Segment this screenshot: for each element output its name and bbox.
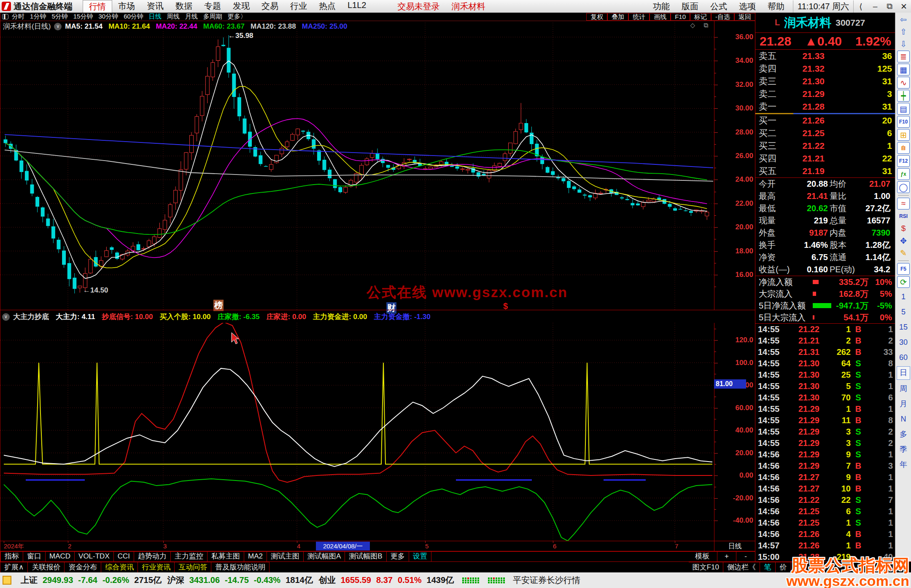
period-item[interactable]: 分时: [12, 13, 24, 21]
wave-icon[interactable]: ≈: [897, 198, 910, 209]
menu-item[interactable]: 热点: [313, 0, 342, 13]
period-item[interactable]: 5分钟: [51, 13, 67, 21]
pencil-icon[interactable]: ✎: [898, 247, 909, 258]
menu-item[interactable]: 行情: [83, 0, 112, 13]
news-icon[interactable]: ▤: [897, 103, 910, 115]
indicator-tab[interactable]: MA2: [244, 551, 267, 562]
indicator-name[interactable]: 大主力抄底: [13, 312, 49, 322]
strip-period-item[interactable]: N: [897, 413, 910, 425]
indicator-tab[interactable]: 指标: [0, 551, 23, 562]
collapse-icon[interactable]: ∨: [54, 23, 62, 30]
down-arrow-icon[interactable]: ⇩: [898, 38, 909, 49]
bottom-tab[interactable]: 互动问答: [175, 562, 211, 573]
strip-period-item[interactable]: 多: [897, 428, 910, 440]
indicator-tab[interactable]: CCI: [114, 551, 134, 562]
zoom-out-button[interactable]: -: [736, 551, 755, 562]
menu-item[interactable]: 交易: [256, 0, 284, 13]
bottom-tab[interactable]: 行业资讯: [138, 562, 175, 573]
menu-item[interactable]: 行业: [284, 0, 313, 13]
zoom-in-button[interactable]: +: [717, 551, 736, 562]
bottom-tab[interactable]: 普及版功能说明: [211, 562, 270, 573]
indicator-tab[interactable]: 设置: [409, 551, 431, 562]
toolbar-button[interactable]: 标记: [690, 13, 711, 21]
toolbar-button[interactable]: F10: [671, 13, 690, 21]
strip-period-item[interactable]: 季: [897, 443, 910, 456]
strip-period-item[interactable]: 5: [897, 306, 910, 318]
period-item[interactable]: 15分钟: [73, 13, 93, 21]
menu-item[interactable]: 专题: [198, 0, 227, 13]
indicator-chart[interactable]: 120.0100.080.0060.0040.0020.000.00-20.00…: [0, 323, 755, 541]
strip-period-item[interactable]: 月: [897, 397, 910, 410]
menu-item[interactable]: 选项: [733, 0, 762, 13]
refresh-icon[interactable]: ⟳: [897, 276, 910, 288]
bottom-tab[interactable]: 关联报价: [28, 562, 65, 573]
toolbar-button[interactable]: 返回: [734, 13, 755, 21]
status-icon[interactable]: [3, 576, 11, 585]
period-item[interactable]: 60分钟: [124, 13, 143, 21]
indicator-tab[interactable]: MACD: [46, 551, 75, 562]
bottom-right-button[interactable]: 图文F10: [689, 562, 723, 573]
menu-item[interactable]: 资讯: [141, 0, 170, 13]
minimize-icon[interactable]: –: [868, 2, 882, 11]
bottom-tab[interactable]: 综合资讯: [101, 562, 138, 573]
period-item[interactable]: 更多〉: [228, 13, 247, 21]
data-table-icon[interactable]: ▦: [897, 64, 910, 75]
strip-period-item[interactable]: 周: [897, 382, 910, 395]
menu-item[interactable]: 公式: [704, 0, 733, 13]
f5-icon[interactable]: F5: [897, 263, 910, 275]
indicator-plot[interactable]: [0, 323, 714, 541]
menu-item[interactable]: 市场: [112, 0, 141, 13]
candlestick-chart[interactable]: [0, 21, 714, 310]
f12-icon[interactable]: F12: [897, 155, 910, 167]
indicator-tab[interactable]: 测试主图: [267, 551, 304, 562]
period-item[interactable]: 30分钟: [98, 13, 118, 21]
collapse-window-icon[interactable]: ⟨: [854, 2, 868, 11]
bottom-tab[interactable]: 扩展∧: [0, 562, 28, 573]
toolbar-button[interactable]: 统计: [628, 13, 650, 21]
kline-icon[interactable]: ┿: [897, 90, 910, 102]
index-name[interactable]: 沪深: [167, 575, 184, 586]
menu-item[interactable]: L1L2: [342, 0, 372, 13]
indicator-tab[interactable]: 窗口: [23, 551, 46, 562]
toolbar-button[interactable]: 叠加: [607, 13, 628, 21]
block-diagram-icon[interactable]: ⊞: [897, 129, 910, 141]
strip-period-item[interactable]: 30: [897, 336, 910, 349]
tick-list[interactable]: 14:5521.221B114:5521.212B214:5521.31262B…: [755, 324, 895, 561]
menu-item[interactable]: 版面: [676, 0, 704, 13]
chart-corner-icons[interactable]: ◇ ⧉: [690, 21, 712, 29]
menu-item[interactable]: 功能: [647, 0, 676, 13]
period-item[interactable]: 月线: [185, 13, 198, 21]
period-item[interactable]: 1分钟: [30, 13, 46, 21]
strip-period-item[interactable]: 日: [897, 366, 910, 380]
detail-tab[interactable]: 笔: [760, 562, 776, 573]
restore-icon[interactable]: ⧉: [882, 2, 897, 11]
indicator-tab[interactable]: 测试幅图B: [345, 551, 386, 562]
back-arrow-icon[interactable]: ⇦: [898, 14, 909, 25]
bottom-tab[interactable]: 资金分布: [65, 562, 101, 573]
toolbar-button[interactable]: 复权: [586, 13, 607, 21]
indicator-tab[interactable]: 私募主图: [208, 551, 244, 562]
money-icon[interactable]: $: [898, 223, 909, 234]
formula-icon[interactable]: ƒx: [897, 168, 910, 180]
rsi-icon[interactable]: RSI: [898, 211, 909, 222]
bottom-right-button[interactable]: 侧边栏《: [723, 562, 760, 573]
quote-board-icon[interactable]: ≣: [897, 51, 910, 62]
period-item[interactable]: 日线: [149, 13, 162, 21]
toolbar-button[interactable]: -自选: [711, 13, 734, 21]
template-button[interactable]: 模板: [687, 551, 717, 562]
indicator-tab[interactable]: VOL-TDX: [75, 551, 114, 562]
login-status[interactable]: 交易未登录: [398, 1, 440, 12]
indicator-tab[interactable]: 主力监控: [171, 551, 208, 562]
oval-icon[interactable]: ◯: [897, 181, 910, 193]
period-item[interactable]: 多周期: [203, 13, 222, 21]
index-name[interactable]: 上证: [21, 575, 38, 586]
up-arrow-icon[interactable]: ⇧: [898, 26, 909, 37]
index-name[interactable]: 创业: [319, 575, 336, 586]
menu-item[interactable]: 数据: [170, 0, 198, 13]
strip-period-item[interactable]: 60: [897, 351, 910, 364]
menu-item[interactable]: 发现: [227, 0, 256, 13]
move-icon[interactable]: ✥: [898, 235, 909, 246]
indicator-tab[interactable]: 更多: [387, 551, 409, 562]
trend-line-icon[interactable]: ∿: [897, 77, 910, 89]
indicator-tab[interactable]: 趋势动力: [134, 551, 171, 562]
